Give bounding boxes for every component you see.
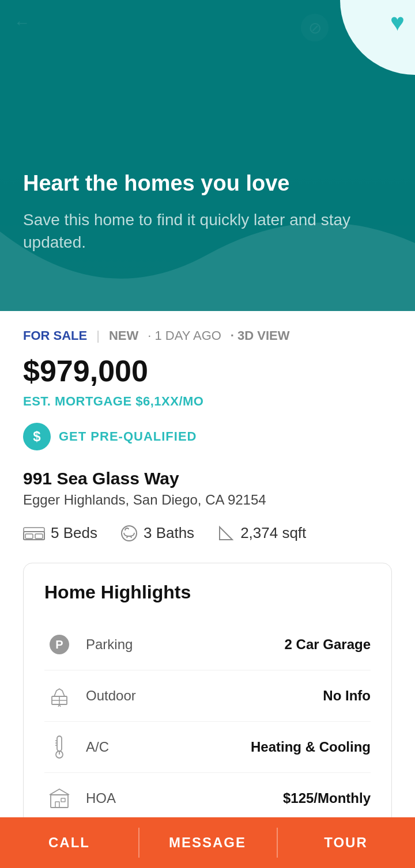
tooltip-subtitle: Save this home to find it quickly later … bbox=[23, 209, 392, 253]
svg-rect-18 bbox=[57, 736, 62, 751]
badge-for-sale: FOR SALE bbox=[23, 328, 87, 343]
outdoor-icon bbox=[48, 685, 70, 707]
message-button[interactable]: MESSAGE bbox=[138, 817, 277, 868]
dollar-icon: $ bbox=[23, 423, 51, 450]
hoa-icon bbox=[49, 788, 70, 809]
beds-value: 5 Beds bbox=[51, 524, 97, 542]
content-section: FOR SALE | NEW · 1 DAY AGO · 3D VIEW $97… bbox=[0, 311, 415, 868]
badge-new: NEW bbox=[109, 328, 138, 343]
listing-price: $979,000 bbox=[23, 354, 392, 388]
svg-marker-10 bbox=[220, 527, 232, 540]
address-city: Egger Highlands, San Diego, CA 92154 bbox=[23, 492, 392, 508]
hoa-value: $125/Monthly bbox=[283, 790, 371, 806]
hoa-label: HOA bbox=[86, 790, 283, 806]
stats-row: 5 Beds 3 Baths 2,374 sqft bbox=[23, 524, 392, 542]
outdoor-label: Outdoor bbox=[86, 688, 323, 704]
hoa-icon-wrap bbox=[44, 783, 74, 813]
svg-line-8 bbox=[127, 536, 127, 538]
parking-value: 2 Car Garage bbox=[285, 636, 371, 653]
beds-stat: 5 Beds bbox=[23, 524, 97, 542]
baths-value: 3 Baths bbox=[144, 524, 194, 542]
pre-qualified-row[interactable]: $ GET PRE-QUALIFIED bbox=[23, 423, 392, 450]
tooltip-title: Heart the homes you love bbox=[23, 170, 392, 197]
tooltip-overlay: Heart the homes you love Save this home … bbox=[0, 0, 415, 311]
highlights-card: Home Highlights P Parking 2 Car Garage bbox=[23, 563, 392, 843]
baths-stat: 3 Baths bbox=[120, 524, 194, 542]
badge-time: · 1 DAY AGO bbox=[148, 328, 221, 343]
ac-value: Heating & Cooling bbox=[251, 739, 371, 755]
parking-label: Parking bbox=[86, 636, 285, 653]
badge-separator: | bbox=[96, 328, 100, 343]
pre-qualified-label: GET PRE-QUALIFIED bbox=[59, 429, 197, 444]
address-block: 991 Sea Glass Way Egger Highlands, San D… bbox=[23, 469, 392, 508]
action-bar: CALL MESSAGE TOUR bbox=[0, 817, 415, 868]
highlights-title: Home Highlights bbox=[44, 582, 371, 603]
outdoor-icon-wrap bbox=[44, 681, 74, 711]
sqft-icon bbox=[217, 525, 235, 542]
ac-label: A/C bbox=[86, 739, 251, 755]
highlight-parking: P Parking 2 Car Garage bbox=[44, 619, 371, 670]
svg-rect-4 bbox=[35, 534, 43, 539]
outdoor-value: No Info bbox=[323, 688, 371, 704]
svg-rect-26 bbox=[61, 798, 65, 802]
highlight-hoa: HOA $125/Monthly bbox=[44, 773, 371, 824]
ac-icon-wrap bbox=[44, 732, 74, 762]
hero-section: ♥ ← ⊘ 66 Heart the homes you love Save t… bbox=[0, 0, 415, 311]
sqft-value: 2,374 sqft bbox=[240, 524, 306, 542]
bath-icon bbox=[120, 525, 138, 542]
svg-rect-25 bbox=[55, 802, 59, 808]
parking-icon: P bbox=[50, 635, 69, 654]
bed-icon bbox=[23, 526, 45, 541]
heart-icon: ♥ bbox=[390, 10, 405, 35]
svg-rect-3 bbox=[25, 534, 33, 539]
status-row: FOR SALE | NEW · 1 DAY AGO · 3D VIEW bbox=[23, 328, 392, 343]
ac-thermometer-icon bbox=[51, 735, 68, 759]
badge-3d: · 3D VIEW bbox=[231, 328, 290, 343]
parking-icon-wrap: P bbox=[44, 630, 74, 659]
highlight-ac: A/C Heating & Cooling bbox=[44, 722, 371, 773]
sqft-stat: 2,374 sqft bbox=[217, 524, 306, 542]
tour-button[interactable]: TOUR bbox=[277, 817, 415, 868]
address-street: 991 Sea Glass Way bbox=[23, 469, 392, 488]
call-button[interactable]: CALL bbox=[0, 817, 138, 868]
highlight-outdoor: Outdoor No Info bbox=[44, 670, 371, 722]
svg-line-9 bbox=[131, 536, 131, 538]
est-mortgage: EST. MORTGAGE $6,1xx/MO bbox=[23, 394, 392, 409]
